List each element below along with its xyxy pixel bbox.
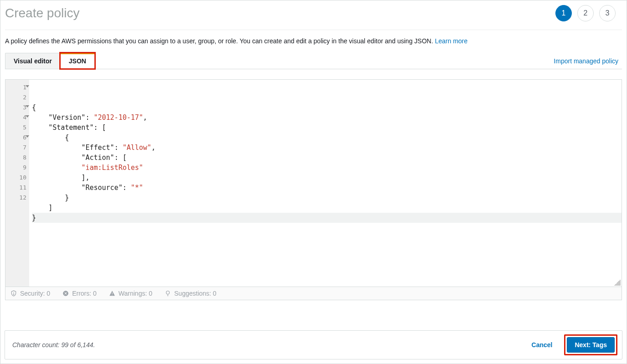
tabs: Visual editor JSON bbox=[5, 53, 95, 69]
svg-point-5 bbox=[166, 291, 170, 294]
code-line[interactable]: { bbox=[32, 133, 622, 143]
shield-icon bbox=[10, 290, 17, 297]
code-line[interactable]: "Statement": [ bbox=[32, 123, 622, 133]
header: Create policy 1 2 3 bbox=[5, 5, 622, 30]
code-line[interactable]: "Effect": "Allow", bbox=[32, 143, 622, 153]
code-line[interactable]: "iam:ListRoles" bbox=[32, 163, 622, 173]
wizard-steps: 1 2 3 bbox=[555, 5, 622, 21]
code-line[interactable]: "Resource": "*" bbox=[32, 183, 622, 193]
fold-icon[interactable] bbox=[26, 135, 29, 138]
line-number: 1 bbox=[8, 82, 26, 92]
line-number: 5 bbox=[8, 123, 26, 133]
resize-handle-icon[interactable] bbox=[614, 279, 621, 286]
code-line[interactable]: } bbox=[32, 213, 622, 223]
json-editor[interactable]: 123456789101112 { "Version": "2012-10-17… bbox=[5, 80, 622, 287]
status-suggestions-label: Suggestions: 0 bbox=[174, 290, 217, 297]
code-line[interactable]: "Action": [ bbox=[32, 153, 622, 163]
svg-rect-4 bbox=[112, 295, 112, 295]
code-line[interactable]: { bbox=[32, 103, 622, 113]
description-body: A policy defines the AWS permissions tha… bbox=[5, 37, 435, 45]
tabs-row: Visual editor JSON Import managed policy bbox=[5, 53, 622, 69]
import-managed-policy-link[interactable]: Import managed policy bbox=[554, 57, 622, 65]
svg-point-1 bbox=[13, 294, 14, 295]
line-number: 8 bbox=[8, 153, 26, 163]
next-tags-button[interactable]: Next: Tags bbox=[567, 337, 615, 353]
line-number: 9 bbox=[8, 163, 26, 173]
fold-icon[interactable] bbox=[26, 85, 29, 87]
code-area[interactable]: { "Version": "2012-10-17", "Statement": … bbox=[29, 80, 622, 287]
line-number: 2 bbox=[8, 92, 26, 103]
learn-more-link[interactable]: Learn more bbox=[435, 37, 468, 45]
warning-icon bbox=[109, 290, 116, 297]
line-number: 3 bbox=[8, 103, 26, 113]
footer-actions: Cancel Next: Tags bbox=[526, 334, 617, 355]
status-warnings: Warnings: 0 bbox=[109, 290, 152, 297]
fold-icon[interactable] bbox=[26, 115, 29, 118]
editor-status-bar: Security: 0 Errors: 0 Warnings: 0 Sugges… bbox=[5, 287, 622, 300]
error-icon bbox=[62, 290, 69, 297]
status-suggestions: Suggestions: 0 bbox=[164, 290, 217, 297]
code-line[interactable]: "Version": "2012-10-17", bbox=[32, 113, 622, 123]
line-number: 12 bbox=[8, 193, 26, 203]
step-3[interactable]: 3 bbox=[599, 5, 616, 21]
page-title: Create policy bbox=[5, 6, 79, 21]
code-line[interactable]: } bbox=[32, 193, 622, 203]
line-number-gutter: 123456789101112 bbox=[5, 80, 29, 287]
status-errors-label: Errors: 0 bbox=[72, 290, 97, 297]
cancel-button[interactable]: Cancel bbox=[526, 338, 558, 352]
next-button-highlight: Next: Tags bbox=[564, 334, 617, 355]
character-count: Character count: 99 of 6,144. bbox=[12, 341, 95, 349]
line-number: 6 bbox=[8, 133, 26, 143]
tab-visual-editor[interactable]: Visual editor bbox=[5, 53, 60, 69]
policy-editor: 123456789101112 { "Version": "2012-10-17… bbox=[5, 79, 622, 300]
footer-bar: Character count: 99 of 6,144. Cancel Nex… bbox=[5, 330, 622, 359]
step-1[interactable]: 1 bbox=[555, 5, 572, 21]
status-security-label: Security: 0 bbox=[20, 290, 50, 297]
code-line[interactable]: ] bbox=[32, 203, 622, 213]
svg-rect-3 bbox=[112, 292, 112, 294]
lightbulb-icon bbox=[164, 290, 171, 297]
line-number: 7 bbox=[8, 143, 26, 153]
status-warnings-label: Warnings: 0 bbox=[119, 290, 152, 297]
tab-json[interactable]: JSON bbox=[60, 53, 95, 69]
line-number: 4 bbox=[8, 113, 26, 123]
status-security: Security: 0 bbox=[10, 290, 50, 297]
line-number: 10 bbox=[8, 173, 26, 183]
fold-icon[interactable] bbox=[26, 105, 29, 108]
description-text: A policy defines the AWS permissions tha… bbox=[5, 37, 622, 45]
step-2[interactable]: 2 bbox=[577, 5, 594, 21]
line-number: 11 bbox=[8, 183, 26, 193]
status-errors: Errors: 0 bbox=[62, 290, 97, 297]
code-line[interactable]: ], bbox=[32, 173, 622, 183]
